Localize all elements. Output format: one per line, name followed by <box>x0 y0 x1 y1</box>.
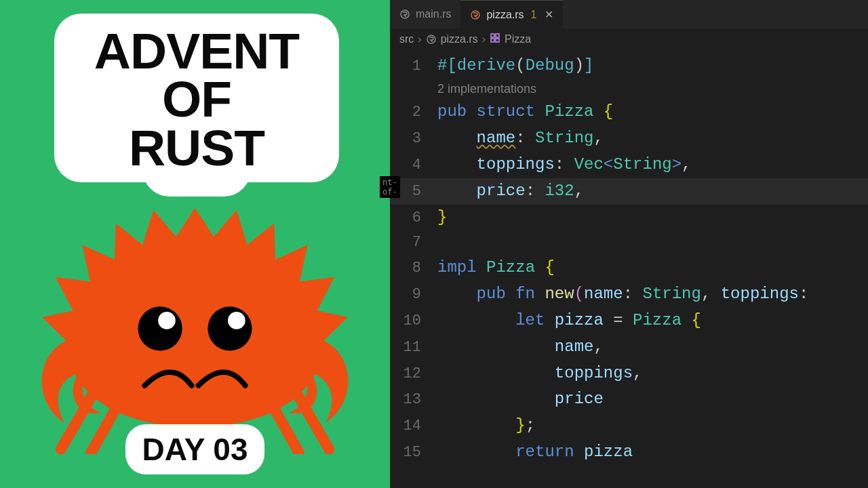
rust-icon <box>470 9 481 20</box>
overlay-snippet: nt-of- <box>380 176 400 198</box>
rust-icon <box>426 34 437 45</box>
line-number: 10 <box>390 309 437 333</box>
chevron-right-icon: › <box>418 33 421 45</box>
svg-rect-7 <box>491 34 494 37</box>
breadcrumb[interactable]: src › pizza.rs › Pizza <box>390 28 868 50</box>
svg-point-5 <box>471 11 479 19</box>
code-editor[interactable]: 1#[derive(Debug)]2 implementations2pub s… <box>390 50 868 488</box>
breadcrumb-symbol[interactable]: Pizza <box>505 33 531 45</box>
svg-point-0 <box>138 306 182 350</box>
code-line[interactable]: 10 let pizza = Pizza { <box>390 308 868 334</box>
ferris-icon <box>41 183 349 454</box>
chevron-right-icon: › <box>482 33 486 45</box>
line-number: 1 <box>390 54 437 79</box>
code-content[interactable]: let pizza = Pizza { <box>437 308 701 334</box>
title-line-2: RUST <box>75 124 319 172</box>
code-content[interactable]: } <box>437 205 447 231</box>
code-content[interactable]: price: i32, <box>437 178 584 205</box>
code-content[interactable]: toppings, <box>437 361 642 387</box>
tab-label: pizza.rs <box>486 9 524 21</box>
code-line[interactable]: 9 pub fn new(name: String, toppings: <box>390 281 868 308</box>
code-content[interactable]: toppings: Vec<String>, <box>437 152 692 178</box>
code-line[interactable]: 11 name, <box>390 334 868 361</box>
rust-icon <box>399 9 410 20</box>
code-line[interactable]: 13 price <box>390 386 868 413</box>
line-number: 11 <box>390 336 437 360</box>
svg-rect-8 <box>496 34 499 37</box>
code-line[interactable]: 12 toppings, <box>390 361 868 387</box>
code-line[interactable]: 1#[derive(Debug)] <box>390 53 868 79</box>
code-content[interactable]: name, <box>437 334 604 361</box>
tab-modified-badge: 1 <box>531 9 537 21</box>
tab-main-rs[interactable]: main.rs <box>390 0 460 28</box>
title-line-1: ADVENT OF <box>75 27 319 124</box>
line-number: 2 <box>390 100 437 125</box>
code-content[interactable]: name: String, <box>437 125 604 152</box>
line-number: 6 <box>390 206 437 230</box>
code-content[interactable]: #[derive(Debug)] <box>437 53 593 79</box>
editor-panel: main.rs pizza.rs 1 ✕ src › pizza.rs › Pi… <box>390 0 868 488</box>
line-number: 3 <box>390 127 437 151</box>
code-line[interactable]: 7 <box>390 230 868 255</box>
codelens[interactable]: 2 implementations <box>437 79 536 99</box>
line-number: 7 <box>390 230 437 255</box>
code-line[interactable]: 4 toppings: Vec<String>, <box>390 152 868 178</box>
svg-point-6 <box>427 35 435 43</box>
code-line[interactable]: 2pub struct Pizza { <box>390 99 868 125</box>
svg-point-4 <box>401 10 409 18</box>
line-number: 9 <box>390 283 437 307</box>
tab-pizza-rs[interactable]: pizza.rs 1 ✕ <box>460 0 563 28</box>
struct-icon <box>490 33 500 46</box>
code-content[interactable]: pub fn new(name: String, toppings: <box>437 281 808 308</box>
line-number: 15 <box>390 441 437 465</box>
code-line[interactable]: 3 name: String, <box>390 125 868 152</box>
code-content[interactable]: price <box>437 386 604 413</box>
line-number: 12 <box>390 362 437 386</box>
breadcrumb-file[interactable]: pizza.rs <box>441 33 478 45</box>
code-line[interactable]: 14 }; <box>390 413 868 439</box>
code-line[interactable]: 6} <box>390 205 868 231</box>
svg-point-3 <box>228 312 245 329</box>
code-line[interactable]: 15 return pizza <box>390 439 868 466</box>
close-icon[interactable]: ✕ <box>545 8 553 21</box>
svg-point-1 <box>208 306 252 350</box>
code-line[interactable]: 8impl Pizza { <box>390 255 868 281</box>
line-number: 13 <box>390 388 437 412</box>
code-content[interactable]: return pizza <box>437 439 633 466</box>
line-number: 14 <box>390 414 437 439</box>
line-number: 8 <box>390 256 437 281</box>
day-card: DAY 03 <box>125 424 264 474</box>
code-content[interactable]: pub struct Pizza { <box>437 99 613 125</box>
svg-rect-9 <box>491 39 494 42</box>
day-label: DAY 03 <box>139 431 251 468</box>
promo-panel: ADVENT OF RUST DAY 03 nt-of- <box>0 0 390 488</box>
line-number: 4 <box>390 153 437 178</box>
svg-rect-10 <box>496 39 499 42</box>
svg-point-2 <box>158 312 176 329</box>
tab-bar: main.rs pizza.rs 1 ✕ <box>390 0 868 28</box>
breadcrumb-root[interactable]: src <box>399 33 414 45</box>
code-content[interactable]: impl Pizza { <box>437 255 555 281</box>
code-content[interactable]: }; <box>437 413 535 439</box>
tab-label: main.rs <box>416 8 451 20</box>
title-card: ADVENT OF RUST <box>54 14 339 182</box>
code-line[interactable]: 5 price: i32, <box>390 178 868 205</box>
